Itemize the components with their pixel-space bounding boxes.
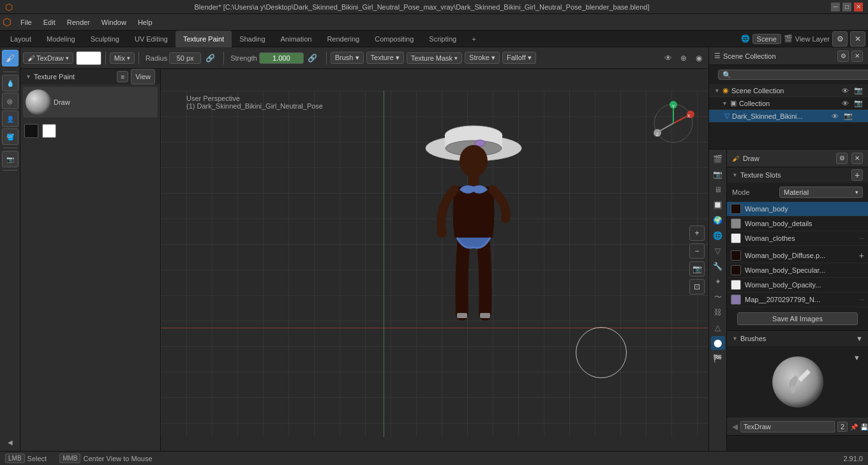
tab-modeling[interactable]: Modeling [39, 31, 83, 47]
workspace-close-button[interactable]: ✕ [850, 31, 865, 47]
falloff-dropdown[interactable]: Falloff ▾ [502, 52, 536, 64]
stroke-dropdown[interactable]: Stroke ▾ [465, 52, 500, 64]
strength-lock-icon[interactable]: 🔗 [306, 51, 320, 65]
collection-render[interactable]: 📷 [854, 99, 863, 107]
brushes-expand-button[interactable]: ▼ [856, 335, 863, 342]
tab-sculpting[interactable]: Sculpting [83, 31, 127, 47]
tab-layout[interactable]: Layout [3, 31, 39, 47]
brush-prev-button[interactable]: ◀ [732, 422, 738, 431]
viewport-3d[interactable]: User Perspective (1) Dark_Skinned_Bikini… [161, 69, 708, 451]
scene-collection-row[interactable]: ▼ ◉ Scene Collection 👁 📷 [709, 84, 868, 97]
tool-stamp[interactable]: 📷 [2, 151, 19, 167]
outliner-close-button[interactable]: ✕ [851, 50, 863, 62]
save-all-images-button[interactable]: Save All Images [737, 312, 858, 325]
prop-icon-object[interactable]: ▽ [711, 244, 725, 258]
texture-slot-0[interactable]: Woman_body [727, 202, 868, 217]
prop-icon-scene-props[interactable]: 🌍 [711, 213, 725, 227]
model-visibility[interactable]: 👁 [832, 112, 839, 120]
blend-mode-dropdown[interactable]: Mix ▾ [110, 52, 135, 64]
texture-paint-panel-header[interactable]: ▼ Texture Paint ≡ View [20, 69, 160, 84]
prop-icon-scene[interactable]: 🎬 [711, 152, 725, 166]
prop-icon-texture[interactable]: 🏁 [711, 351, 725, 365]
properties-settings-button[interactable]: ⚙ [836, 153, 848, 164]
prop-icon-physics[interactable]: 〜 [711, 290, 725, 304]
viewport-overlays-icon[interactable]: 👁 [661, 51, 675, 65]
brush-expand-icon[interactable]: ▼ [853, 354, 860, 362]
prop-icon-render[interactable]: 📷 [711, 167, 725, 181]
radius-lock-icon[interactable]: 🔗 [203, 51, 217, 65]
tool-bucket[interactable]: 🪣 [2, 128, 19, 145]
prop-icon-view-layer[interactable]: 🔲 [711, 198, 725, 212]
prop-icon-material[interactable]: ⬤ [711, 336, 725, 350]
brush-pin-button[interactable]: 📌 [850, 420, 858, 434]
outliner-search-input[interactable] [718, 70, 868, 80]
model-row[interactable]: ▽ Dark_Skinned_Bikini... 👁 📷 [709, 110, 868, 123]
minimize-button[interactable]: ─ [831, 3, 840, 11]
menu-file[interactable]: File [15, 17, 37, 27]
image-slot-2[interactable]: Woman_body_Opacity... [727, 278, 868, 293]
close-button[interactable]: ✕ [854, 3, 863, 11]
prop-icon-output[interactable]: 🖥 [711, 183, 725, 197]
radius-value[interactable]: 50 px [169, 52, 201, 64]
collection-visibility[interactable]: 👁 [842, 100, 849, 107]
paint-mode-dropdown[interactable]: 🖌 TexDraw ▾ [23, 52, 73, 64]
local-view-button[interactable]: ⊡ [689, 279, 705, 294]
tool-fill[interactable]: 💧 [2, 75, 19, 91]
prop-icon-modifier[interactable]: 🔧 [711, 259, 725, 273]
workspace-settings-button[interactable]: ⚙ [832, 31, 848, 47]
scene-collection-visibility[interactable]: 👁 [842, 87, 849, 95]
image-slot-0[interactable]: Woman_body_Diffuse.p... + [727, 248, 868, 263]
tab-rendering[interactable]: Rendering [319, 31, 367, 47]
tool-clone[interactable]: 👤 [2, 111, 19, 127]
texture-mask-dropdown[interactable]: Texture Mask ▾ [407, 52, 462, 64]
image-slot-1[interactable]: Woman_body_Specular... [727, 263, 868, 278]
menu-render[interactable]: Render [62, 17, 95, 27]
maximize-button[interactable]: □ [842, 3, 851, 11]
model-render[interactable]: 📷 [844, 112, 853, 120]
tab-compositing[interactable]: Compositing [367, 31, 421, 47]
prop-icon-particles[interactable]: ✦ [711, 275, 725, 289]
texture-slots-header[interactable]: ▼ Texture Slots + [727, 167, 868, 183]
tab-add[interactable]: + [464, 31, 483, 47]
tab-shading[interactable]: Shading [232, 31, 273, 47]
foreground-color[interactable] [24, 124, 38, 138]
texture-mode-dropdown[interactable]: Material ▾ [779, 187, 863, 198]
brush-preview-icon[interactable] [772, 356, 823, 408]
add-image-button[interactable]: + [859, 250, 864, 261]
texture-slot-1[interactable]: Woman_body_details [727, 217, 868, 231]
prop-icon-constraints[interactable]: ⛓ [711, 305, 725, 319]
zoom-out-button[interactable]: − [689, 243, 705, 259]
camera-view-button[interactable]: 📷 [689, 261, 705, 277]
view-button[interactable]: View [131, 69, 155, 84]
properties-close-button[interactable]: ✕ [851, 153, 863, 164]
tool-smear[interactable]: ◎ [2, 93, 19, 109]
scene-collection-render[interactable]: 📷 [854, 86, 863, 95]
navigation-gizmo[interactable]: X Y Z [651, 101, 696, 146]
image-slot-3[interactable]: Map__2070297799_N... ··· [727, 293, 868, 307]
brush-save-button[interactable]: 💾 [860, 420, 868, 434]
tab-animation[interactable]: Animation [273, 31, 320, 47]
gizmo-icon[interactable]: ⊕ [677, 51, 691, 65]
tool-expand-left[interactable]: ◀ [2, 436, 19, 448]
menu-help[interactable]: Help [133, 17, 158, 27]
viewport-shading-icon[interactable]: ◉ [692, 51, 706, 65]
prop-icon-world[interactable]: 🌐 [711, 229, 725, 243]
add-texture-slot-button[interactable]: + [851, 169, 863, 181]
zoom-in-button[interactable]: + [689, 225, 705, 241]
brushes-header[interactable]: ▼ Brushes ▼ [727, 331, 868, 346]
strength-slider[interactable]: 1.000 [259, 52, 304, 64]
tab-uv-editing[interactable]: UV Editing [127, 31, 176, 47]
menu-window[interactable]: Window [96, 17, 131, 27]
texture-slot-2[interactable]: Woman_clothes ··· [727, 231, 868, 246]
window-controls[interactable]: ─ □ ✕ [831, 3, 863, 11]
texture-dropdown[interactable]: Texture ▾ [366, 52, 404, 64]
menu-edit[interactable]: Edit [38, 17, 61, 27]
header-settings-icon[interactable]: ≡ [117, 71, 128, 82]
tab-scripting[interactable]: Scripting [421, 31, 464, 47]
outliner-settings-button[interactable]: ⚙ [837, 50, 849, 62]
collection-row[interactable]: ▼ ▣ Collection 👁 📷 [709, 97, 868, 110]
tab-texture-paint[interactable]: Texture Paint [176, 31, 232, 47]
prop-icon-object-data[interactable]: △ [711, 321, 725, 335]
tool-paint-brush[interactable]: 🖌 [2, 50, 19, 66]
background-color[interactable] [42, 124, 56, 138]
